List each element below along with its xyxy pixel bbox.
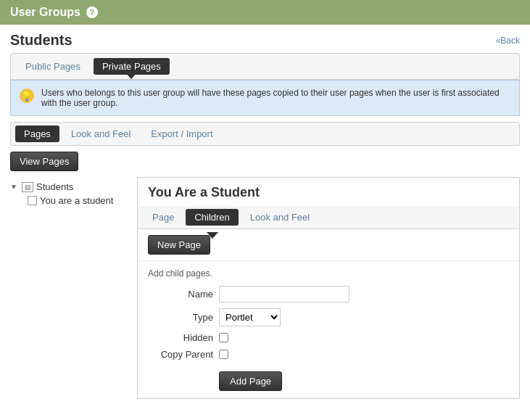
tree-child-item[interactable]: You are a student [10,194,137,207]
help-icon[interactable]: ? [86,7,98,18]
right-panel: You Are a Student Page Children Look and… [137,177,520,399]
secondary-tab-bar: Pages Look and Feel Export / Import [10,122,520,146]
private-tab-callout [125,73,137,79]
tree-root-item[interactable]: ▼ ▤ Students [10,180,137,194]
form-area: Add child pages. Name Type Portlet URL E… [138,261,519,398]
inner-tab-children[interactable]: Children [186,209,238,226]
view-pages-button[interactable]: View Pages [10,152,78,171]
tab-pages[interactable]: Pages [15,125,59,142]
tree-root-label[interactable]: Students [36,181,73,192]
type-row: Type Portlet URL Embedded Panel Article [148,308,509,326]
copy-parent-row: Copy Parent [148,349,509,360]
new-page-area: New Page [138,229,519,261]
private-pages-tab-wrap: Private Pages [92,61,171,72]
children-tab-wrap: Children [186,212,238,223]
back-link[interactable]: «Back [496,36,520,46]
name-label: Name [148,289,213,300]
tree-folder-icon: ▤ [22,182,33,192]
tree-child-label[interactable]: You are a student [40,195,113,206]
add-page-button[interactable]: Add Page [219,371,282,391]
info-message: Users who belongs to this user group wil… [41,88,510,108]
right-panel-title: You Are a Student [138,178,519,206]
type-select[interactable]: Portlet URL Embedded Panel Article [219,308,281,326]
inner-tab-page[interactable]: Page [144,209,183,226]
public-private-tab-bar: Public Pages Private Pages [10,53,520,80]
hidden-row: Hidden [148,332,509,343]
view-pages-area: View Pages [10,152,78,171]
bulb-icon: 💡 [20,88,34,103]
name-row: Name [148,286,509,302]
children-tab-callout [207,232,218,239]
form-subtitle: Add child pages. [148,268,509,279]
page-title-row: Students «Back [0,25,530,53]
hidden-checkbox[interactable] [219,333,228,342]
inner-tab-look-and-feel[interactable]: Look and Feel [241,209,318,226]
header-bar: User Groups ? [0,0,530,25]
copy-parent-checkbox[interactable] [219,350,228,359]
add-page-row: Add Page [148,366,509,391]
tree-toggle-icon[interactable]: ▼ [10,183,19,191]
type-label: Type [148,312,213,323]
info-box: 💡 Users who belongs to this user group w… [10,80,520,116]
tree-child-checkbox[interactable] [28,196,37,205]
name-input[interactable] [219,286,349,302]
main-content: ▼ ▤ Students You are a student You Are a… [10,177,520,399]
hidden-label: Hidden [148,332,213,343]
page-header-title: User Groups [10,6,80,19]
tab-export-import[interactable]: Export / Import [142,125,221,142]
tab-public-pages[interactable]: Public Pages [15,57,91,76]
tab-look-and-feel[interactable]: Look and Feel [62,125,139,142]
copy-parent-label: Copy Parent [148,349,213,360]
tree-sidebar: ▼ ▤ Students You are a student [10,177,137,399]
inner-tab-bar: Page Children Look and Feel [138,206,519,229]
new-page-button[interactable]: New Page [148,235,210,255]
page-title: Students [10,32,73,49]
